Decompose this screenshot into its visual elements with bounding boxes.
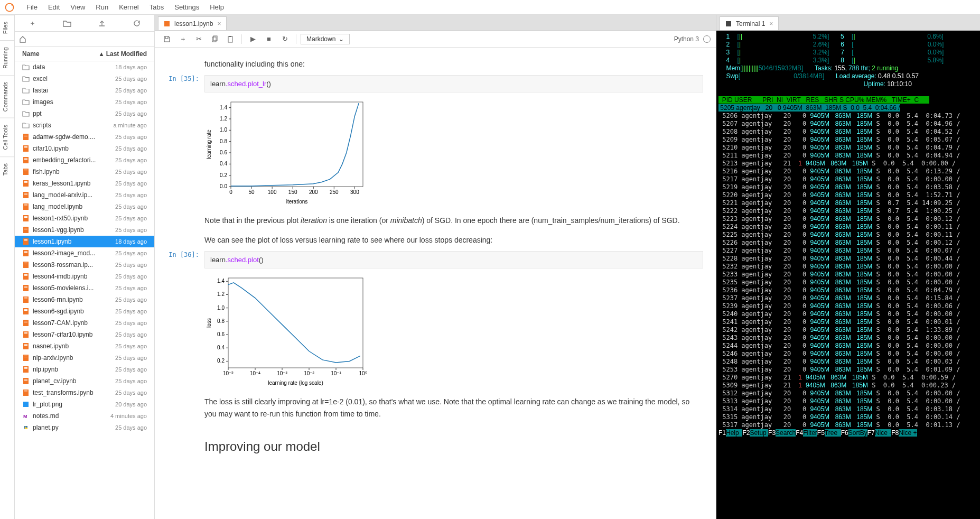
file-row[interactable]: planet_cv.ipynb25 days ago (15, 375, 154, 387)
kernel-status-icon[interactable] (703, 35, 711, 43)
menu-tabs[interactable]: Tabs (144, 1, 169, 13)
svg-rect-3 (24, 135, 27, 135)
svg-text:10⁰: 10⁰ (359, 370, 367, 376)
file-toolbar: ＋ (15, 15, 154, 32)
svg-rect-30 (24, 239, 27, 240)
svg-text:0.4: 0.4 (220, 161, 227, 167)
file-row[interactable]: lesson4-imdb.ipynb25 days ago (15, 271, 154, 282)
file-modified: 25 days ago (115, 192, 147, 198)
markdown-cell: We can see the plot of loss versus learn… (204, 232, 703, 248)
svg-rect-9 (24, 158, 27, 159)
rail-cell-tools[interactable]: Cell Tools (0, 118, 14, 156)
file-row[interactable]: cifar10.ipynb25 days ago (15, 143, 154, 154)
file-row[interactable]: lang_model-arxiv.ip...25 days ago (15, 189, 154, 201)
svg-text:1.0: 1.0 (220, 127, 227, 133)
upload-icon[interactable] (97, 18, 107, 29)
paste-icon[interactable] (223, 32, 237, 46)
file-row[interactable]: lesson2-image_mod...25 days ago (15, 247, 154, 259)
file-row[interactable]: lesson1.ipynb18 days ago (15, 236, 154, 247)
close-icon[interactable]: × (769, 20, 773, 27)
file-row[interactable]: keras_lesson1.ipynb25 days ago (15, 178, 154, 189)
nb-icon (22, 133, 30, 141)
file-row[interactable]: nlp-arxiv.ipynb25 days ago (15, 352, 154, 364)
py-icon (22, 424, 30, 431)
file-row[interactable]: lesson3-rossman.ip...25 days ago (15, 259, 154, 271)
code-cell[interactable]: learn.sched.plot_lr() (204, 75, 703, 92)
file-row[interactable]: nlp.ipynb25 days ago (15, 364, 154, 375)
menu-kernel[interactable]: Kernel (114, 1, 144, 13)
file-row[interactable]: planet.py25 days ago (15, 422, 154, 433)
stop-icon[interactable]: ■ (262, 32, 276, 46)
file-row[interactable]: lesson6-rnn.ipynb25 days ago (15, 294, 154, 305)
file-row[interactable]: lang_model.ipynb25 days ago (15, 201, 154, 212)
file-row[interactable]: nasnet.ipynb25 days ago (15, 340, 154, 352)
code-cell[interactable]: learn.sched.plot() (204, 251, 703, 268)
terminal-body[interactable]: 1 [|| 5.2%] 5 [| 0.6%] 2 [| 2.6%] 6 [ 0.… (716, 31, 980, 519)
file-row[interactable]: lesson6-sgd.ipynb25 days ago (15, 305, 154, 317)
new-folder-icon[interactable] (62, 18, 72, 29)
file-row[interactable]: fastai25 days ago (15, 85, 154, 96)
file-row[interactable]: test_transforms.ipynb25 days ago (15, 387, 154, 398)
file-row[interactable]: embedding_refactori...25 days ago (15, 154, 154, 166)
cell-prompt: In [35]: (167, 75, 204, 209)
file-list-header[interactable]: Name ▴Last Modified (15, 47, 154, 61)
menu-view[interactable]: View (65, 1, 90, 13)
file-row[interactable]: ppt25 days ago (15, 108, 154, 119)
file-row[interactable]: lesson1-vgg.ipynb25 days ago (15, 224, 154, 236)
file-row[interactable]: lesson7-cifar10.ipynb25 days ago (15, 329, 154, 340)
menu-edit[interactable]: Edit (43, 1, 65, 13)
restart-icon[interactable]: ↻ (278, 32, 292, 46)
rail-tabs[interactable]: Tabs (0, 156, 14, 182)
kernel-name[interactable]: Python 3 (674, 35, 699, 43)
svg-rect-140 (726, 21, 731, 26)
file-list[interactable]: data18 days agoexcel25 days agofastai25 … (15, 61, 154, 519)
svg-rect-60 (24, 356, 27, 356)
file-row[interactable]: lesson1-rxt50.ipynb25 days ago (15, 212, 154, 224)
file-row[interactable]: lr_plot.png20 days ago (15, 398, 154, 410)
add-cell-icon[interactable]: ＋ (176, 32, 190, 46)
menu-run[interactable]: Run (90, 1, 114, 13)
file-row[interactable]: lesson5-movielens.i...25 days ago (15, 282, 154, 294)
file-row[interactable]: fish.ipynb25 days ago (15, 166, 154, 178)
file-name: keras_lesson1.ipynb (33, 180, 90, 187)
svg-text:1.0: 1.0 (217, 305, 225, 311)
svg-point-1 (11, 4, 13, 5)
cell-type-select[interactable]: Markdown⌄ (301, 34, 350, 44)
menu-help[interactable]: Help (204, 1, 229, 13)
svg-rect-21 (24, 205, 27, 205)
svg-rect-43 (24, 287, 27, 288)
tab-terminal[interactable]: Terminal 1 × (720, 16, 779, 30)
svg-rect-8 (23, 157, 29, 163)
svg-rect-28 (24, 229, 27, 229)
file-row[interactable]: Mnotes.md4 minutes ago (15, 410, 154, 422)
file-row[interactable]: excel25 days ago (15, 73, 154, 85)
file-row[interactable]: scriptsa minute ago (15, 119, 154, 131)
svg-rect-5 (23, 145, 29, 152)
rail-files[interactable]: Files (0, 15, 14, 40)
rail-running[interactable]: Running (0, 40, 14, 75)
notebook-body[interactable]: functionality including this one: In [35… (155, 48, 716, 519)
file-row[interactable]: data18 days ago (15, 61, 154, 73)
close-icon[interactable]: × (217, 20, 221, 27)
tab-lesson1[interactable]: lesson1.ipynb × (158, 16, 227, 30)
cut-icon[interactable]: ✂ (192, 32, 206, 46)
save-icon[interactable] (160, 32, 174, 46)
breadcrumb[interactable] (15, 32, 154, 47)
new-launcher-icon[interactable]: ＋ (27, 18, 38, 29)
refresh-icon[interactable] (132, 18, 142, 29)
svg-rect-18 (24, 193, 27, 193)
menu-settings[interactable]: Settings (169, 1, 204, 13)
plot-output: 0501001502002503000.00.20.40.60.81.01.21… (204, 97, 703, 209)
file-row[interactable]: images25 days ago (15, 96, 154, 108)
file-modified: 25 days ago (115, 180, 147, 187)
copy-icon[interactable] (208, 32, 221, 46)
run-icon[interactable]: ▶ (246, 32, 260, 46)
svg-rect-111 (228, 278, 363, 368)
file-name: lesson1-rxt50.ipynb (33, 215, 88, 222)
rail-commands[interactable]: Commands (0, 75, 14, 118)
file-row[interactable]: adamw-sgdw-demo....25 days ago (15, 131, 154, 143)
folder-icon (22, 110, 30, 117)
file-row[interactable]: lesson7-CAM.ipynb25 days ago (15, 317, 154, 329)
menu-file[interactable]: File (21, 1, 43, 13)
svg-text:1.2: 1.2 (220, 116, 227, 122)
